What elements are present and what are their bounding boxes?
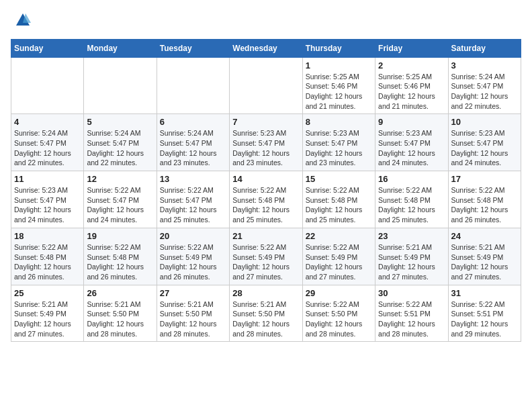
day-number: 24: [451, 231, 518, 241]
day-number: 27: [160, 288, 226, 298]
calendar-cell: 19Sunrise: 5:22 AM Sunset: 5:48 PM Dayli…: [84, 228, 157, 285]
day-number: 18: [14, 231, 81, 241]
calendar-cell: 5Sunrise: 5:24 AM Sunset: 5:47 PM Daylig…: [84, 114, 157, 171]
day-info: Sunrise: 5:21 AM Sunset: 5:50 PM Dayligh…: [232, 300, 299, 339]
calendar-cell: 24Sunrise: 5:21 AM Sunset: 5:49 PM Dayli…: [448, 228, 521, 285]
calendar-cell: 18Sunrise: 5:22 AM Sunset: 5:48 PM Dayli…: [11, 228, 84, 285]
day-number: 6: [160, 117, 226, 127]
day-number: 31: [451, 288, 518, 298]
calendar-cell: 11Sunrise: 5:23 AM Sunset: 5:47 PM Dayli…: [11, 171, 84, 228]
day-info: Sunrise: 5:22 AM Sunset: 5:48 PM Dayligh…: [14, 242, 81, 282]
day-number: 3: [451, 60, 518, 71]
calendar-cell: 13Sunrise: 5:22 AM Sunset: 5:47 PM Dayli…: [157, 171, 229, 228]
day-number: 20: [160, 231, 226, 241]
calendar-cell: 10Sunrise: 5:23 AM Sunset: 5:47 PM Dayli…: [448, 114, 521, 171]
calendar-cell: 17Sunrise: 5:22 AM Sunset: 5:48 PM Dayli…: [448, 171, 521, 228]
weekday-header-tuesday: Tuesday: [157, 39, 229, 57]
day-info: Sunrise: 5:23 AM Sunset: 5:47 PM Dayligh…: [378, 128, 445, 168]
calendar-week-row: 4Sunrise: 5:24 AM Sunset: 5:47 PM Daylig…: [11, 114, 521, 171]
day-info: Sunrise: 5:22 AM Sunset: 5:48 PM Dayligh…: [87, 242, 153, 282]
calendar-cell: 21Sunrise: 5:22 AM Sunset: 5:49 PM Dayli…: [230, 228, 302, 285]
day-info: Sunrise: 5:22 AM Sunset: 5:49 PM Dayligh…: [306, 242, 372, 282]
logo: [11, 11, 32, 34]
weekday-header-thursday: Thursday: [302, 39, 375, 57]
day-info: Sunrise: 5:24 AM Sunset: 5:47 PM Dayligh…: [160, 128, 226, 168]
day-number: 15: [306, 174, 372, 184]
day-info: Sunrise: 5:22 AM Sunset: 5:51 PM Dayligh…: [378, 300, 445, 339]
day-number: 22: [306, 231, 372, 241]
calendar-cell: 26Sunrise: 5:21 AM Sunset: 5:50 PM Dayli…: [84, 285, 157, 342]
day-info: Sunrise: 5:22 AM Sunset: 5:48 PM Dayligh…: [232, 185, 299, 225]
calendar-cell: 27Sunrise: 5:21 AM Sunset: 5:50 PM Dayli…: [157, 285, 229, 342]
day-number: 5: [87, 117, 153, 127]
calendar-cell: 25Sunrise: 5:21 AM Sunset: 5:49 PM Dayli…: [11, 285, 84, 342]
day-info: Sunrise: 5:21 AM Sunset: 5:50 PM Dayligh…: [160, 300, 226, 339]
calendar-cell: 20Sunrise: 5:22 AM Sunset: 5:49 PM Dayli…: [157, 228, 229, 285]
calendar-cell: 15Sunrise: 5:22 AM Sunset: 5:48 PM Dayli…: [302, 171, 375, 228]
calendar-week-row: 1Sunrise: 5:25 AM Sunset: 5:46 PM Daylig…: [11, 57, 521, 114]
calendar-cell: 2Sunrise: 5:25 AM Sunset: 5:46 PM Daylig…: [375, 57, 448, 114]
calendar-table: SundayMondayTuesdayWednesdayThursdayFrid…: [11, 39, 521, 342]
day-number: 29: [306, 288, 372, 298]
calendar-cell: 30Sunrise: 5:22 AM Sunset: 5:51 PM Dayli…: [375, 285, 448, 342]
weekday-header-row: SundayMondayTuesdayWednesdayThursdayFrid…: [11, 39, 521, 57]
day-info: Sunrise: 5:23 AM Sunset: 5:47 PM Dayligh…: [14, 185, 81, 225]
day-number: 11: [14, 174, 81, 184]
calendar-week-row: 11Sunrise: 5:23 AM Sunset: 5:47 PM Dayli…: [11, 171, 521, 228]
day-info: Sunrise: 5:21 AM Sunset: 5:50 PM Dayligh…: [87, 300, 153, 339]
calendar-cell: 7Sunrise: 5:23 AM Sunset: 5:47 PM Daylig…: [230, 114, 302, 171]
day-info: Sunrise: 5:22 AM Sunset: 5:47 PM Dayligh…: [160, 185, 226, 225]
day-number: 9: [378, 117, 445, 127]
day-info: Sunrise: 5:24 AM Sunset: 5:47 PM Dayligh…: [451, 72, 518, 111]
day-number: 19: [87, 231, 153, 241]
day-info: Sunrise: 5:22 AM Sunset: 5:48 PM Dayligh…: [451, 185, 518, 225]
day-number: 4: [14, 117, 81, 127]
calendar-cell: 31Sunrise: 5:22 AM Sunset: 5:51 PM Dayli…: [448, 285, 521, 342]
calendar-cell: 14Sunrise: 5:22 AM Sunset: 5:48 PM Dayli…: [230, 171, 302, 228]
day-info: Sunrise: 5:25 AM Sunset: 5:46 PM Dayligh…: [306, 72, 372, 111]
day-number: 25: [14, 288, 81, 298]
day-number: 2: [378, 60, 445, 71]
day-info: Sunrise: 5:24 AM Sunset: 5:47 PM Dayligh…: [14, 128, 81, 168]
day-number: 8: [306, 117, 372, 127]
day-number: 1: [306, 60, 372, 71]
day-info: Sunrise: 5:22 AM Sunset: 5:47 PM Dayligh…: [87, 185, 153, 225]
page-header: [11, 11, 521, 34]
day-number: 10: [451, 117, 518, 127]
weekday-header-monday: Monday: [84, 39, 157, 57]
day-info: Sunrise: 5:23 AM Sunset: 5:47 PM Dayligh…: [232, 128, 299, 168]
day-info: Sunrise: 5:25 AM Sunset: 5:46 PM Dayligh…: [378, 72, 445, 111]
day-number: 17: [451, 174, 518, 184]
calendar-cell: 16Sunrise: 5:22 AM Sunset: 5:48 PM Dayli…: [375, 171, 448, 228]
calendar-cell: 4Sunrise: 5:24 AM Sunset: 5:47 PM Daylig…: [11, 114, 84, 171]
calendar-cell: 8Sunrise: 5:23 AM Sunset: 5:47 PM Daylig…: [302, 114, 375, 171]
calendar-cell: [230, 57, 302, 114]
day-info: Sunrise: 5:24 AM Sunset: 5:47 PM Dayligh…: [87, 128, 153, 168]
calendar-cell: [11, 57, 84, 114]
day-number: 28: [232, 288, 299, 298]
calendar-cell: 6Sunrise: 5:24 AM Sunset: 5:47 PM Daylig…: [157, 114, 229, 171]
weekday-header-wednesday: Wednesday: [230, 39, 302, 57]
calendar-cell: 12Sunrise: 5:22 AM Sunset: 5:47 PM Dayli…: [84, 171, 157, 228]
calendar-cell: 3Sunrise: 5:24 AM Sunset: 5:47 PM Daylig…: [448, 57, 521, 114]
weekday-header-friday: Friday: [375, 39, 448, 57]
day-number: 23: [378, 231, 445, 241]
day-info: Sunrise: 5:22 AM Sunset: 5:49 PM Dayligh…: [160, 242, 226, 282]
day-number: 13: [160, 174, 226, 184]
day-info: Sunrise: 5:22 AM Sunset: 5:48 PM Dayligh…: [378, 185, 445, 225]
calendar-week-row: 18Sunrise: 5:22 AM Sunset: 5:48 PM Dayli…: [11, 228, 521, 285]
calendar-cell: 1Sunrise: 5:25 AM Sunset: 5:46 PM Daylig…: [302, 57, 375, 114]
day-info: Sunrise: 5:21 AM Sunset: 5:49 PM Dayligh…: [451, 242, 518, 282]
day-info: Sunrise: 5:22 AM Sunset: 5:48 PM Dayligh…: [306, 185, 372, 225]
day-info: Sunrise: 5:21 AM Sunset: 5:49 PM Dayligh…: [378, 242, 445, 282]
day-number: 7: [232, 117, 299, 127]
day-info: Sunrise: 5:23 AM Sunset: 5:47 PM Dayligh…: [451, 128, 518, 168]
day-info: Sunrise: 5:22 AM Sunset: 5:49 PM Dayligh…: [232, 242, 299, 282]
calendar-cell: 23Sunrise: 5:21 AM Sunset: 5:49 PM Dayli…: [375, 228, 448, 285]
logo-icon: [13, 11, 32, 30]
calendar-cell: 22Sunrise: 5:22 AM Sunset: 5:49 PM Dayli…: [302, 228, 375, 285]
day-number: 14: [232, 174, 299, 184]
day-number: 30: [378, 288, 445, 298]
day-number: 16: [378, 174, 445, 184]
calendar-week-row: 25Sunrise: 5:21 AM Sunset: 5:49 PM Dayli…: [11, 285, 521, 342]
